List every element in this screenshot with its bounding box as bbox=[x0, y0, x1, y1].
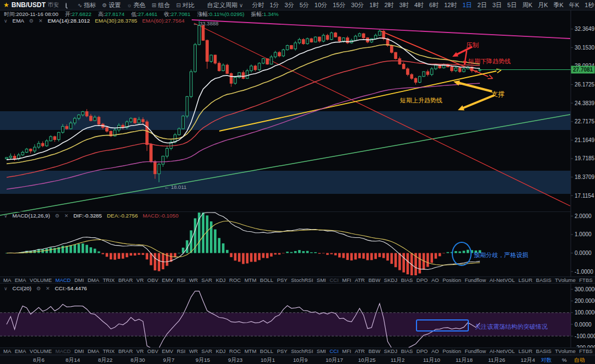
period-button[interactable]: 年K bbox=[566, 1, 582, 9]
indicator-tab-cci[interactable]: CCI bbox=[329, 348, 338, 354]
indicator-tab-macd[interactable]: MACD bbox=[55, 348, 71, 354]
period-button[interactable]: 月K bbox=[535, 1, 550, 9]
indicator-tab-dma[interactable]: DMA bbox=[88, 277, 99, 283]
indicator-tab-dmi[interactable]: DMI bbox=[74, 348, 84, 354]
indicator-tab-fundflow[interactable]: Fundflow bbox=[464, 277, 486, 283]
period-button[interactable]: 12时 bbox=[441, 1, 459, 9]
close-icon[interactable]: ✕ bbox=[39, 18, 43, 24]
indicator-tab-emv[interactable]: EMV bbox=[162, 348, 174, 354]
indicator-tab-volume[interactable]: VOLUME bbox=[30, 277, 52, 283]
indicator-tab-basis[interactable]: BASIS bbox=[536, 348, 551, 354]
indicator-tab-smi[interactable]: SMI bbox=[317, 277, 326, 283]
custom-period-button[interactable]: 自定义周期∨ bbox=[207, 1, 243, 9]
gear-icon[interactable]: ⚙ bbox=[29, 18, 34, 24]
period-button[interactable]: 6时 bbox=[426, 1, 441, 9]
indicator-tab-boll[interactable]: BOLL bbox=[260, 277, 273, 283]
indicator-tab-bbw[interactable]: BBW bbox=[369, 277, 381, 283]
indicator-tab-tvolume[interactable]: TVolume bbox=[555, 348, 576, 354]
indicator-tab-ao[interactable]: AO bbox=[431, 348, 439, 354]
indicator-tab-position[interactable]: Position bbox=[442, 277, 461, 283]
indicator-tab-mfi[interactable]: MFI bbox=[342, 277, 351, 283]
indicator-tab-basis[interactable]: BASIS bbox=[536, 277, 551, 283]
period-button[interactable]: 4时 bbox=[412, 1, 426, 9]
indicator-tab-lsur[interactable]: LSUR bbox=[518, 277, 532, 283]
main-chart[interactable]: ← 33.3888← 18.011压制短期下降趋势线短期上升趋势线支撑预期分歧，… bbox=[0, 0, 595, 364]
indicator-tab-skdj[interactable]: SKDJ bbox=[384, 277, 397, 283]
period-button[interactable]: 3时 bbox=[397, 1, 412, 9]
indicator-tab-ma[interactable]: MA bbox=[3, 348, 11, 354]
indicator-tab-psy[interactable]: PSY bbox=[277, 277, 288, 283]
gear-icon[interactable]: ⚙ bbox=[55, 213, 60, 219]
indicator-tab-mtm[interactable]: MTM bbox=[245, 277, 257, 283]
period-button[interactable]: 2时 bbox=[382, 1, 397, 9]
compare-button[interactable]: ⊟对比 bbox=[176, 1, 194, 9]
indicator-tab-wr[interactable]: WR bbox=[189, 348, 198, 354]
indicator-tab-mtm[interactable]: MTM bbox=[245, 348, 257, 354]
indicator-tab-macd[interactable]: MACD bbox=[55, 277, 71, 283]
indicator-tab-ftbs[interactable]: FTBS bbox=[579, 277, 592, 283]
indicator-tab-obv[interactable]: OBV bbox=[147, 348, 158, 354]
period-button[interactable]: 周K bbox=[520, 1, 535, 9]
close-icon[interactable]: ✕ bbox=[46, 286, 50, 291]
period-button[interactable]: 10分 bbox=[312, 1, 330, 9]
indicator-tab-brar[interactable]: BRAR bbox=[118, 348, 133, 354]
indicator-tab-skdj[interactable]: SKDJ bbox=[384, 348, 397, 354]
gear-icon[interactable]: ⚙ bbox=[36, 286, 41, 291]
indicator-tab-bias[interactable]: BIAS bbox=[401, 277, 413, 283]
indicator-tab-ma[interactable]: MA bbox=[3, 277, 11, 283]
indicator-tab-smi[interactable]: SMI bbox=[317, 348, 326, 354]
indicator-tab-sar[interactable]: SAR bbox=[202, 277, 213, 283]
indicator-tab-bias[interactable]: BIAS bbox=[401, 348, 413, 354]
period-button[interactable]: 1日 bbox=[459, 1, 474, 9]
indicator-tab-bbw[interactable]: BBW bbox=[369, 348, 381, 354]
scale-auto-button[interactable]: 自动 bbox=[574, 357, 585, 364]
indicator-tab-dpo[interactable]: DPO bbox=[416, 348, 428, 354]
indicator-tab-ema[interactable]: EMA bbox=[15, 348, 26, 354]
indicator-tab-ao[interactable]: AO bbox=[431, 277, 439, 283]
indicator-tab-boll[interactable]: BOLL bbox=[260, 348, 273, 354]
indicator-tab-ai-netvol[interactable]: AI-NetVOL bbox=[490, 348, 515, 354]
theme-button[interactable]: ☼亮色 bbox=[127, 1, 145, 9]
close-icon[interactable]: ✕ bbox=[64, 213, 69, 219]
period-button[interactable]: 15分 bbox=[330, 1, 348, 9]
indicator-tab-rsi[interactable]: RSI bbox=[177, 348, 186, 354]
scale-log-button[interactable]: 对数 bbox=[541, 357, 552, 364]
indicator-tab-stochrsi[interactable]: StochRSI bbox=[291, 277, 313, 283]
indicator-tab-dpo[interactable]: DPO bbox=[416, 277, 428, 283]
indicator-tab-psy[interactable]: PSY bbox=[277, 348, 288, 354]
period-button[interactable]: 3分 bbox=[282, 1, 297, 9]
period-button[interactable]: 30分 bbox=[348, 1, 366, 9]
indicator-tab-trix[interactable]: TRIX bbox=[103, 277, 115, 283]
indicator-tab-brar[interactable]: BRAR bbox=[118, 277, 133, 283]
indicator-tab-dmi[interactable]: DMI bbox=[74, 277, 84, 283]
indicator-tab-ema[interactable]: EMA bbox=[15, 277, 26, 283]
period-button[interactable]: 1分 bbox=[267, 1, 282, 9]
period-button[interactable]: 1时 bbox=[367, 1, 382, 9]
search-icon[interactable] bbox=[66, 3, 67, 8]
indicator-tab-emv[interactable]: EMV bbox=[162, 277, 174, 283]
indicator-tab-atr[interactable]: ATR bbox=[355, 277, 365, 283]
period-button[interactable]: 3日 bbox=[490, 1, 505, 9]
indicator-tab-kdj[interactable]: KDJ bbox=[216, 348, 226, 354]
indicator-tab-tvolume[interactable]: TVolume bbox=[555, 277, 576, 283]
indicator-tab-vr[interactable]: VR bbox=[137, 348, 144, 354]
period-button[interactable]: 5日 bbox=[505, 1, 520, 9]
indicator-tab-kdj[interactable]: KDJ bbox=[216, 277, 226, 283]
chevron-down-icon[interactable]: ∨ bbox=[4, 213, 8, 219]
indicator-tab-dma[interactable]: DMA bbox=[88, 348, 99, 354]
indicator-tab-ftbs[interactable]: FTBS bbox=[579, 348, 592, 354]
second-period-button[interactable]: 1秒 bbox=[582, 1, 595, 9]
period-button[interactable]: 季K bbox=[551, 1, 566, 9]
indicator-tab-lsur[interactable]: LSUR bbox=[518, 348, 532, 354]
indicator-tab-cci[interactable]: CCI bbox=[329, 277, 338, 283]
period-button[interactable]: 分时 bbox=[249, 1, 267, 9]
indicator-tab-roc[interactable]: ROC bbox=[229, 277, 241, 283]
indicator-tab-ai-netvol[interactable]: AI-NetVOL bbox=[490, 277, 515, 283]
indicator-tab-wr[interactable]: WR bbox=[189, 277, 198, 283]
indicator-tab-roc[interactable]: ROC bbox=[229, 348, 241, 354]
indicator-tab-atr[interactable]: ATR bbox=[355, 348, 365, 354]
indicator-tab-mfi[interactable]: MFI bbox=[342, 348, 351, 354]
indicator-tab-trix[interactable]: TRIX bbox=[103, 348, 115, 354]
indicator-tab-obv[interactable]: OBV bbox=[147, 277, 158, 283]
favorite-star-icon[interactable]: ★ bbox=[3, 1, 9, 9]
